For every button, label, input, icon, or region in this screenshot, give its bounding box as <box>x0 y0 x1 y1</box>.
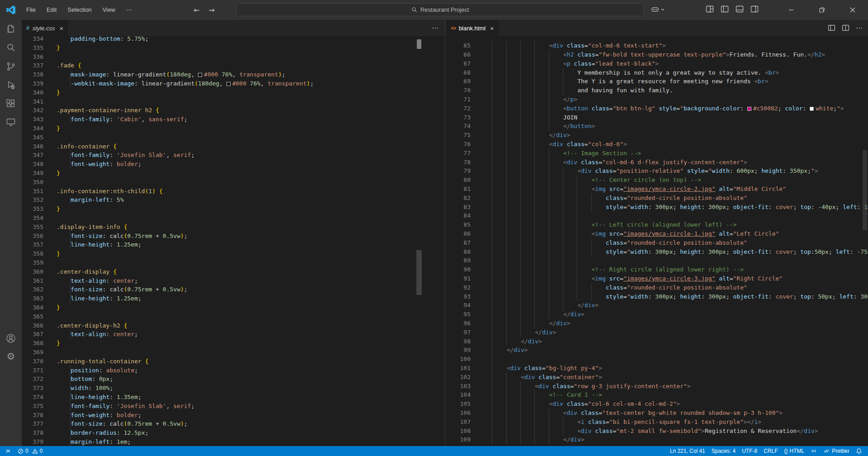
minimize-button[interactable] <box>776 0 807 20</box>
line-number[interactable]: 352 <box>22 195 43 204</box>
line-number[interactable]: 91 <box>445 274 471 283</box>
line-number[interactable]: 339 <box>22 79 43 88</box>
line-number[interactable]: 338 <box>22 70 43 79</box>
code-line[interactable]: 83 style="width: 300px; height: 300px; o… <box>445 203 868 212</box>
line-number[interactable]: 65 <box>445 41 471 50</box>
line-number[interactable]: 367 <box>22 330 43 339</box>
line-number[interactable]: 363 <box>22 294 43 303</box>
line-number[interactable]: 374 <box>22 393 43 402</box>
code-line[interactable]: 82 class="rounded-circle position-absolu… <box>445 194 868 203</box>
line-number[interactable]: 69 <box>445 77 471 86</box>
line-number[interactable]: 72 <box>445 104 471 113</box>
go-forward-icon[interactable]: → <box>208 6 214 14</box>
code-line[interactable]: 73 JOIN <box>445 113 868 122</box>
indentation-setting[interactable]: Spaces: 4 <box>708 446 739 456</box>
code-line[interactable]: 69 The Y is a great resource for meeting… <box>445 77 868 86</box>
code-line[interactable]: 102 <div class="container"> <box>445 373 868 382</box>
code-line[interactable]: 66 <h2 class="fw-bold text-uppercase tex… <box>445 50 868 59</box>
line-number[interactable]: 89 <box>445 256 471 265</box>
search-sidebar-icon[interactable] <box>0 38 22 57</box>
menu-selection[interactable]: Selection <box>62 0 97 20</box>
line-number[interactable]: 71 <box>445 95 471 104</box>
code-line[interactable]: 107 <i class="bi bi-pencil-square fs-1 t… <box>445 418 868 427</box>
line-number[interactable]: 343 <box>22 115 43 124</box>
line-number[interactable]: 376 <box>22 411 43 420</box>
close-button[interactable] <box>837 0 868 20</box>
settings-gear-icon[interactable]: ⚙ <box>0 347 22 366</box>
code-line[interactable]: 367 text-align: center; <box>22 330 445 339</box>
code-line[interactable]: 91 <img src="images/ymca-circle-3.jpg" a… <box>445 274 868 283</box>
tab-style-css[interactable]: # style.css × <box>22 20 68 36</box>
color-swatch[interactable] <box>226 82 231 86</box>
explorer-icon[interactable] <box>0 20 22 38</box>
line-number[interactable]: 341 <box>22 97 43 106</box>
code-line[interactable]: 96 </div> <box>445 319 868 328</box>
line-number[interactable]: 354 <box>22 214 43 223</box>
line-number[interactable]: 369 <box>22 348 43 357</box>
code-line[interactable]: 97 </div> <box>445 328 868 337</box>
line-number[interactable]: 345 <box>22 133 43 142</box>
line-number[interactable]: 85 <box>445 220 471 229</box>
code-line[interactable]: 101 <div class="bg-light py-4"> <box>445 364 868 373</box>
line-number[interactable]: 372 <box>22 375 43 384</box>
line-number[interactable]: 109 <box>445 435 471 444</box>
line-number[interactable]: 80 <box>445 176 471 185</box>
line-number[interactable]: 365 <box>22 312 43 321</box>
line-number[interactable]: 377 <box>22 419 43 428</box>
menu-view[interactable]: View <box>97 0 121 20</box>
code-line[interactable]: 98 </div> <box>445 337 868 346</box>
remote-indicator[interactable] <box>2 446 14 456</box>
code-line[interactable]: 85 <!-- Left circle (aligned lower left)… <box>445 220 868 229</box>
command-center-search[interactable]: Restaurant Project <box>236 3 644 16</box>
line-number[interactable]: 82 <box>445 194 471 203</box>
line-number[interactable]: 371 <box>22 366 43 375</box>
run-debug-icon[interactable] <box>0 76 22 94</box>
line-number[interactable]: 102 <box>445 373 471 382</box>
code-line[interactable]: 81 <img src="images/ymca-circle-2.jpg" a… <box>445 185 868 194</box>
line-number[interactable]: 86 <box>445 229 471 238</box>
toggle-panel-icon[interactable] <box>735 5 744 14</box>
line-number[interactable]: 378 <box>22 428 43 437</box>
code-line[interactable]: 356 font-size: calc(0.75rem + 0.5vw); <box>22 232 445 241</box>
customize-layout-icon[interactable] <box>705 5 714 14</box>
line-number[interactable]: 107 <box>445 418 471 427</box>
code-line[interactable]: 375 font-family: 'Josefin Slab', serif; <box>22 402 445 411</box>
tab-close-icon[interactable]: × <box>60 25 64 32</box>
encoding-setting[interactable]: UTF-8 <box>739 446 760 456</box>
source-control-icon[interactable] <box>0 57 22 76</box>
code-line[interactable]: 94 </div> <box>445 301 868 310</box>
line-number[interactable]: 66 <box>445 50 471 59</box>
html-editor-pane[interactable]: 65 <div class="col-md-6 text-start">66 <… <box>445 36 868 446</box>
line-number[interactable]: 356 <box>22 232 43 241</box>
right-editor-scrollbar[interactable] <box>863 150 867 230</box>
line-number[interactable]: 335 <box>22 43 43 52</box>
code-line[interactable]: 103 <div class="row g-3 justify-content-… <box>445 382 868 391</box>
code-line[interactable]: 370.running-total-container { <box>22 357 445 366</box>
code-line[interactable]: 108 <div class="mt-2 small fw-semibold">… <box>445 427 868 436</box>
code-line[interactable]: 68 Y membership is not only a great way … <box>445 68 868 77</box>
code-line[interactable]: 340} <box>22 88 445 97</box>
code-line[interactable]: 65 <div class="col-md-6 text-start"> <box>445 41 868 50</box>
code-line[interactable]: 364} <box>22 303 445 312</box>
code-line[interactable]: 372 bottom: 0px; <box>22 375 445 384</box>
code-line[interactable]: 109 </div> <box>445 435 868 444</box>
line-number[interactable]: 349 <box>22 169 43 178</box>
line-number[interactable]: 347 <box>22 151 43 160</box>
code-line[interactable]: 343 font-family: 'Cabin', sans-serif; <box>22 115 445 124</box>
line-number[interactable]: 344 <box>22 124 43 133</box>
tab-close-icon[interactable]: × <box>490 25 494 32</box>
line-number[interactable]: 359 <box>22 258 43 267</box>
line-number[interactable]: 88 <box>445 247 471 256</box>
line-number[interactable]: 362 <box>22 285 43 294</box>
line-number[interactable]: 84 <box>445 211 471 220</box>
line-number[interactable]: 94 <box>445 301 471 310</box>
line-number[interactable]: 348 <box>22 160 43 169</box>
line-number[interactable]: 92 <box>445 283 471 292</box>
code-line[interactable]: 352 margin-left: 5% <box>22 195 445 204</box>
line-number[interactable]: 355 <box>22 223 43 232</box>
code-line[interactable]: 90 <!-- Right circle (aligned lower righ… <box>445 265 868 274</box>
css-editor-pane[interactable]: 334 padding-bottom: 5.75%;335}336337.fad… <box>22 36 445 446</box>
split-editor-icon[interactable] <box>842 24 849 32</box>
line-number[interactable]: 93 <box>445 292 471 301</box>
line-number[interactable]: 100 <box>445 355 471 364</box>
